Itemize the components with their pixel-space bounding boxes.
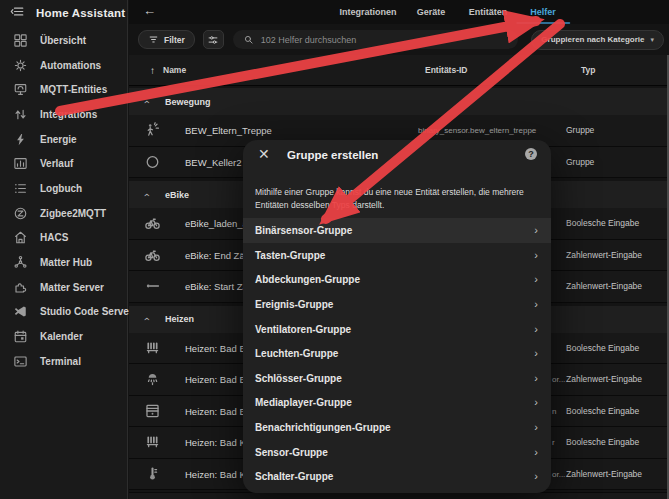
tab-label: Entitäten [469,7,508,17]
group-by-dropdown[interactable]: Gruppieren nach Kategorie ▾ [531,30,664,50]
sidebar-item-matter-hub[interactable]: Matter Hub [0,250,127,275]
modal-item-benachrichtigungen-gruppe[interactable]: Benachrichtigungen-Gruppe› [243,415,551,440]
radiator-icon [144,434,161,451]
sidebar-item-terminal[interactable]: Terminal [0,349,127,374]
table-settings-button[interactable] [203,30,224,49]
column-header-name[interactable]: Name [163,65,186,75]
entity-type: Boolesche Eingabe [566,406,639,416]
search-input[interactable]: 102 Helfer durchsuchen [233,30,519,49]
filter-button[interactable]: Filter [138,30,195,49]
modal-item-mediaplayer-gruppe[interactable]: Mediaplayer-Gruppe› [243,390,551,415]
automation-gear-icon [12,57,28,73]
sidebar-item-label: MQTT-Entities [40,84,107,95]
tab-geräte[interactable]: Geräte [409,0,454,24]
bike-icon [144,215,161,232]
entity-id: binary_sensor.bew_eltern_treppe [418,126,536,135]
dashboard-icon [12,32,28,48]
sidebar-item-zigbee2mqtt[interactable]: Zigbee2MQTT [0,201,127,226]
modal-item-label: Ereignis-Gruppe [255,299,333,310]
caret-down-icon: ▾ [650,36,654,44]
back-arrow-icon[interactable]: ← [143,3,156,18]
sidebar: Home Assistant ÜbersichtAutomationsMQTT-… [0,0,128,499]
group-label: eBike [165,190,189,200]
sidebar-item-kalender[interactable]: Kalender [0,324,127,349]
modal-item-label: Ventilatoren-Gruppe [255,323,351,334]
sort-ascending-icon[interactable]: ↑ [150,65,155,76]
modal-item-sensor-gruppe[interactable]: Sensor-Gruppe› [243,439,551,464]
sidebar-item-energie[interactable]: Energie [0,127,127,152]
modal-item-label: Abdeckungen-Gruppe [255,274,360,285]
chevron-right-icon: › [534,470,538,482]
sidebar-item-integrations[interactable]: Integrations [0,102,127,127]
modal-item-schlösser-gruppe[interactable]: Schlösser-Gruppe› [243,366,551,391]
sidebar-item-übersicht[interactable]: Übersicht [0,28,127,53]
vscode-icon [12,304,28,320]
swap-vertical-icon [12,106,28,122]
puzzle-icon [12,279,28,295]
sidebar-item-label: Matter Hub [40,257,92,268]
chevron-right-icon: › [534,446,538,458]
sidebar-item-hacs[interactable]: HACS [0,226,127,251]
column-header-entity-id[interactable]: Entitäts-ID [425,65,468,75]
sidebar-item-mqtt-entities[interactable]: MQTT-Entities [0,77,127,102]
thermometer-icon [144,465,161,482]
sidebar-item-matter-server[interactable]: Matter Server [0,275,127,300]
tab-helfer[interactable]: Helfer [522,0,564,24]
chevron-up-icon: › [141,193,152,196]
dialog-title: Gruppe erstellen [287,149,378,161]
entity-name: BEW_Eltern_Treppe [185,125,272,136]
sidebar-item-label: Energie [40,134,77,145]
modal-item-schalter-gruppe[interactable]: Schalter-Gruppe› [243,464,551,489]
chevron-up-icon: › [141,317,152,320]
motion-sensor-icon [144,122,161,139]
zigbee-icon [12,205,28,221]
filter-label: Filter [164,35,185,45]
group-row-bewegung[interactable]: ›Bewegung [129,88,669,115]
entity-type: Zahlenwert-Eingabe [566,469,642,479]
sidebar-item-label: Verlauf [40,158,73,169]
modal-item-binärsensor-gruppe[interactable]: Binärsensor-Gruppe› [243,218,551,243]
blinds-icon [144,402,161,419]
search-icon [243,34,254,45]
terminal-icon [12,353,28,369]
group-label: Heizen [165,314,194,324]
group-label: Bewegung [165,97,211,107]
modal-item-ventilatoren-gruppe[interactable]: Ventilatoren-Gruppe› [243,316,551,341]
tab-integrationen[interactable]: Integrationen [331,0,404,24]
column-header-typ[interactable]: Typ [581,65,595,75]
table-header: ↑ Name Entitäts-ID Typ [129,55,669,86]
entity-id-fragment: n [552,406,556,415]
sidebar-item-logbuch[interactable]: Logbuch [0,176,127,201]
modal-item-leuchten-gruppe[interactable]: Leuchten-Gruppe› [243,341,551,366]
sidebar-item-verlauf[interactable]: Verlauf [0,151,127,176]
shower-icon [144,371,161,388]
sidebar-nav: ÜbersichtAutomationsMQTT-EntitiesIntegra… [0,26,127,374]
ray-start-icon [144,278,161,295]
tab-label: Integrationen [339,7,396,17]
sidebar-item-label: Zigbee2MQTT [40,208,106,219]
modal-item-abdeckungen-gruppe[interactable]: Abdeckungen-Gruppe› [243,267,551,292]
sidebar-item-studio-code-server[interactable]: Studio Code Server [0,300,127,325]
bike-icon [144,246,161,263]
mqtt-monitor-icon [12,82,28,98]
group-type-list: Binärsensor-Gruppe›Tasten-Gruppe›Abdecku… [243,218,551,489]
sidebar-item-automations[interactable]: Automations [0,53,127,78]
modal-item-tasten-gruppe[interactable]: Tasten-Gruppe› [243,243,551,268]
help-icon[interactable]: ? [525,148,537,160]
tune-icon [207,34,219,46]
sidebar-item-label: Automations [40,60,101,71]
entity-type: Zahlenwert-Eingabe [566,250,642,260]
modal-item-ereignis-gruppe[interactable]: Ereignis-Gruppe› [243,292,551,317]
app-title: Home Assistant [36,7,125,19]
tab-entitäten[interactable]: Entitäten [461,0,516,24]
entity-type: Zahlenwert-Eingabe [566,281,642,291]
entity-type: Gruppe [566,125,594,135]
chevron-right-icon: › [534,421,538,433]
calendar-icon [12,329,28,345]
close-icon[interactable]: ✕ [258,146,270,162]
partial-row [129,492,669,499]
hacs-home-icon [12,230,28,246]
tab-label: Helfer [530,7,556,17]
sidebar-toggle-icon[interactable] [10,4,25,23]
dialog-description: Mithilfe einer Gruppe kannst du eine neu… [255,186,537,212]
